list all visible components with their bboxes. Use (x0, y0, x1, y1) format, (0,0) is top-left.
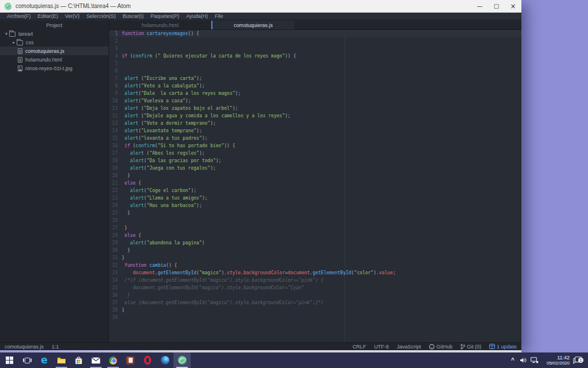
code-text: else {document.getElementById("magico").… (122, 299, 324, 306)
minimize-button[interactable]: — (471, 0, 488, 12)
tree-item-ninos-reyes-01t-t.jpg[interactable]: ninos-reyes-01t-t.jpg (0, 64, 109, 72)
code-line[interactable]: 20 } (109, 172, 521, 179)
code-line[interactable]: 36 } (109, 292, 521, 299)
menu-item[interactable]: Editar(E) (34, 13, 62, 19)
code-line[interactable]: 4if (confirm (" Quieres ejecutar la cart… (109, 52, 521, 60)
status-github[interactable]: GitHub (429, 344, 452, 350)
code-line[interactable]: 35 document.getElementById("magico").sty… (109, 284, 521, 292)
code-lines[interactable]: 1function cartareyesmagos() {234if (conf… (109, 30, 521, 342)
code-line[interactable]: 17 alert ("Abes los regslos"); (109, 150, 521, 157)
code-line[interactable]: 33 document.getElementById("magico").sty… (109, 269, 521, 277)
code-line[interactable]: 22 alert("Coge el carbon"); (109, 187, 521, 194)
taskbar-app-edge[interactable]: e (36, 352, 53, 368)
code-line[interactable]: 1function cartareyesmagos() { (109, 30, 521, 37)
start-button[interactable] (0, 352, 18, 368)
code-line[interactable]: 19 alert("Juega con tus regalos"); (109, 164, 521, 172)
code-line[interactable]: 25 } (109, 209, 521, 217)
code-line[interactable]: 11 alert ("Deja los zapatos bajo el arbo… (109, 105, 521, 112)
tab-bar: holamundo.htmlcomotuquieras.js (109, 21, 521, 30)
code-line[interactable]: 6 (109, 67, 521, 75)
code-line[interactable]: 15 alert("levanta a tus padres"); (109, 135, 521, 142)
line-number: 35 (109, 284, 122, 292)
taskbar-app-chrome[interactable] (105, 352, 122, 368)
code-line[interactable]: 5 (109, 60, 521, 67)
volume-icon[interactable] (518, 357, 529, 363)
atom-icon (178, 356, 187, 365)
code-line[interactable]: 8 alert("Vete a la cabalgata"); (109, 82, 521, 90)
code-line[interactable]: 28 else { (109, 232, 521, 239)
status-file-name[interactable]: comotuquieras.js (5, 344, 44, 350)
tree-item-tarea4[interactable]: ▾tarea4 (0, 29, 109, 38)
line-number: 2 (109, 37, 122, 45)
tab-holamundo.html[interactable]: holamundo.html (109, 21, 211, 29)
code-line[interactable]: 2 (109, 37, 521, 45)
atom-logo-icon (5, 3, 11, 10)
code-line[interactable]: 18 alert("Da las gracias por todo"); (109, 157, 521, 164)
code-text: } (122, 306, 125, 314)
code-line[interactable]: 23 alert("Llama a tus amigos"); (109, 194, 521, 202)
code-text: function cartareyesmagos() { (122, 30, 199, 37)
task-view-button[interactable] (18, 352, 36, 368)
code-line[interactable]: 10 alert("Vueleva a casa"); (109, 97, 521, 105)
cursor-position[interactable]: 1:1 (52, 344, 59, 350)
menu-item[interactable]: Paquetes(P) (147, 13, 183, 19)
taskbar-app-opera[interactable] (139, 352, 156, 368)
code-line[interactable]: 9 alert("Dale la carta a los reyes magos… (109, 90, 521, 97)
menu-item[interactable]: Buscar(I) (119, 13, 148, 19)
code-line[interactable]: 30 } (109, 247, 521, 254)
code-text: else { (122, 232, 141, 239)
tray-chevron-icon[interactable]: ^ (508, 357, 518, 363)
tree-item-css[interactable]: ▸css (0, 38, 109, 47)
action-center-button[interactable]: 1 (570, 356, 585, 364)
taskbar-app-store[interactable] (70, 352, 87, 368)
menu-item[interactable]: Selección(S) (83, 13, 119, 19)
code-line[interactable]: 32 function cambia() { (109, 262, 521, 269)
code-line[interactable]: 3 (109, 45, 521, 52)
code-line[interactable]: 38} (109, 306, 521, 314)
tree-item-holamundo.html[interactable]: holamundo.html (0, 55, 109, 64)
code-line[interactable]: 14 alert("Levantate temprano"); (109, 127, 521, 135)
taskbar-app-red-document[interactable] (122, 352, 139, 368)
close-button[interactable]: × (505, 0, 521, 12)
code-line[interactable]: 12 alert ("Dejale agua y comida a los ca… (109, 112, 521, 120)
line-number: 12 (109, 112, 122, 120)
menu-item[interactable]: Ver(V) (61, 13, 83, 19)
menu-item[interactable]: File (211, 13, 227, 19)
code-text: alert("Coge el carbon"); (122, 187, 196, 194)
code-line[interactable]: 16 if (confirm("Si te has portado bien")… (109, 142, 521, 150)
line-number: 16 (109, 142, 122, 150)
tab-comotuquieras.js[interactable]: comotuquieras.js (211, 21, 294, 29)
code-line[interactable]: 39 (109, 314, 521, 321)
status-git[interactable]: Git (0) (461, 344, 481, 350)
status-line-ending[interactable]: CRLF (353, 344, 366, 350)
code-line[interactable]: 24 alert("Has una barbacoa"); (109, 202, 521, 209)
code-line[interactable]: 26 (109, 217, 521, 224)
code-line[interactable]: 7 alert ("Escribe una carta"); (109, 75, 521, 82)
code-line[interactable]: 34 /*if (document.getElementById("magico… (109, 277, 521, 284)
menu-item[interactable]: Ayuda(H) (183, 13, 211, 19)
code-text: } (122, 172, 130, 179)
code-line[interactable]: 29 alert("abandona la pagina") (109, 239, 521, 247)
image-file-icon (18, 66, 22, 71)
status-grammar[interactable]: JavaScript (397, 344, 421, 350)
menu-item[interactable]: Archivo(F) (3, 13, 34, 19)
maximize-button[interactable]: □ (488, 0, 505, 12)
code-line[interactable]: 13 alert ("Vete a dormir temprano"); (109, 120, 521, 127)
code-line[interactable]: 31} (109, 254, 521, 262)
project-tree: ▾tarea4▸css comotuquieras.js holamundo.h… (0, 29, 109, 72)
taskbar-app-file-explorer[interactable] (53, 352, 70, 368)
status-updates[interactable]: 1 update (489, 344, 517, 350)
tree-item-label: ninos-reyes-01t-t.jpg (25, 66, 72, 71)
mail-icon (91, 357, 100, 364)
code-line[interactable]: 27 } (109, 224, 521, 232)
network-icon[interactable] (529, 357, 540, 363)
code-line[interactable]: 21 else { (109, 179, 521, 187)
taskbar-app-mail[interactable] (87, 352, 105, 368)
tree-item-comotuquieras.js[interactable]: comotuquieras.js (0, 47, 109, 55)
taskbar-app-atom[interactable] (173, 352, 191, 368)
tree-item-label: holamundo.html (25, 57, 62, 63)
code-line[interactable]: 37 else {document.getElementById("magico… (109, 299, 521, 306)
status-encoding[interactable]: UTF-8 (374, 344, 389, 350)
taskbar-clock[interactable]: 11:42 05/02/2020 (540, 355, 570, 366)
taskbar-app-blue-sphere[interactable] (156, 352, 173, 368)
